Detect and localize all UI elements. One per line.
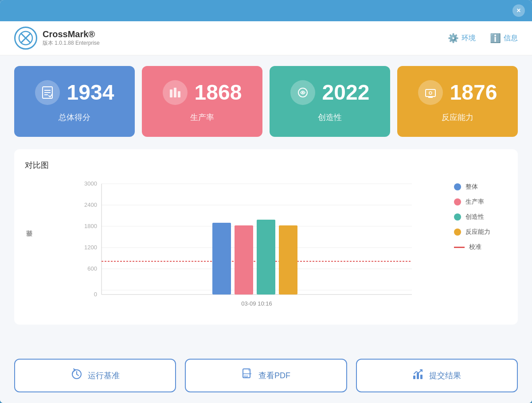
svg-rect-36 bbox=[413, 376, 415, 379]
creativity-score-value: 2022 bbox=[322, 82, 370, 103]
chart-inner: 3000 2400 1800 1200 600 0 bbox=[40, 179, 447, 314]
legend-productivity: 生产率 bbox=[454, 198, 507, 206]
legend-dot-creativity bbox=[454, 213, 461, 221]
svg-point-15 bbox=[429, 92, 432, 94]
bar-overall bbox=[212, 223, 231, 294]
productivity-card-top: 1868 bbox=[163, 80, 242, 105]
app-logo-icon bbox=[14, 27, 37, 50]
close-button[interactable]: × bbox=[512, 4, 525, 17]
bar-productivity bbox=[235, 225, 253, 294]
chart-title: 对比图 bbox=[25, 160, 507, 170]
legend-dot-overall bbox=[454, 183, 461, 190]
submit-results-label: 提交结果 bbox=[429, 370, 461, 381]
clock-icon bbox=[71, 368, 82, 383]
header-actions: ⚙️ 环境 ℹ️ 信息 bbox=[448, 33, 518, 43]
env-label: 环境 bbox=[462, 34, 476, 43]
run-baseline-button[interactable]: 运行基准 bbox=[14, 359, 176, 392]
bar-responsiveness bbox=[279, 225, 297, 294]
svg-text:3000: 3000 bbox=[84, 180, 97, 187]
svg-text:03-09 10:16: 03-09 10:16 bbox=[241, 300, 272, 307]
legend-overall: 整体 bbox=[454, 183, 507, 191]
chart-svg: 3000 2400 1800 1200 600 0 bbox=[40, 179, 447, 312]
overall-score-label: 总体得分 bbox=[59, 112, 90, 123]
legend-label-responsiveness: 反应能力 bbox=[466, 228, 490, 236]
responsiveness-score-label: 反应能力 bbox=[442, 112, 473, 123]
overall-card-icon bbox=[35, 80, 60, 105]
svg-text:PDF: PDF bbox=[244, 375, 248, 378]
productivity-score-card: 1868 生产率 bbox=[142, 66, 262, 137]
overall-score-value: 1934 bbox=[67, 82, 114, 103]
view-pdf-label: 查看PDF bbox=[258, 370, 290, 381]
legend-label-productivity: 生产率 bbox=[466, 198, 484, 206]
productivity-score-value: 1868 bbox=[195, 82, 242, 103]
gear-icon: ⚙️ bbox=[448, 33, 459, 43]
creativity-score-label: 创造性 bbox=[318, 112, 342, 123]
responsiveness-card-icon bbox=[418, 80, 443, 105]
title-bar: × bbox=[0, 0, 532, 21]
legend-label-overall: 整体 bbox=[466, 183, 478, 191]
svg-rect-9 bbox=[178, 91, 180, 97]
info-label: 信息 bbox=[504, 34, 518, 43]
pdf-icon: PDF bbox=[242, 368, 253, 383]
legend-dot-responsiveness bbox=[454, 229, 461, 236]
svg-text:0: 0 bbox=[94, 291, 97, 298]
view-pdf-button[interactable]: PDF 查看PDF bbox=[185, 359, 347, 392]
chart-legend: 整体 生产率 创造性 反应能力 bbox=[454, 179, 507, 251]
legend-label-baseline: 校准 bbox=[469, 243, 481, 251]
logo-area: CrossMark® 版本 1.0.1.88 Enterprise bbox=[14, 27, 448, 50]
run-baseline-label: 运行基准 bbox=[88, 370, 120, 381]
legend-baseline: 校准 bbox=[454, 243, 507, 251]
responsiveness-score-value: 1876 bbox=[450, 82, 497, 103]
svg-text:600: 600 bbox=[87, 265, 97, 272]
legend-line-baseline bbox=[454, 247, 465, 248]
creativity-score-card: 2022 创造性 bbox=[270, 66, 390, 137]
footer-buttons: 运行基准 PDF 查看PDF bbox=[0, 359, 532, 403]
app-window: × CrossMark® 版本 1.0.1.88 Enterprise ⚙️ 环… bbox=[0, 0, 532, 403]
header: CrossMark® 版本 1.0.1.88 Enterprise ⚙️ 环境 … bbox=[0, 21, 532, 55]
svg-text:1200: 1200 bbox=[84, 244, 97, 251]
main-content: 1934 总体得分 1868 生产率 bbox=[0, 55, 532, 359]
creativity-card-icon bbox=[290, 80, 315, 105]
productivity-card-icon bbox=[163, 80, 188, 105]
env-button[interactable]: ⚙️ 环境 bbox=[448, 33, 476, 43]
legend-responsiveness: 反应能力 bbox=[454, 228, 507, 236]
svg-text:2400: 2400 bbox=[84, 202, 97, 208]
svg-rect-37 bbox=[417, 373, 419, 379]
legend-creativity: 创造性 bbox=[454, 213, 507, 221]
info-button[interactable]: ℹ️ 信息 bbox=[490, 33, 518, 43]
svg-rect-12 bbox=[426, 89, 435, 97]
chart-y-label: 表现评分 bbox=[25, 179, 33, 303]
overall-score-card: 1934 总体得分 bbox=[14, 66, 135, 137]
legend-label-creativity: 创造性 bbox=[466, 213, 484, 221]
svg-text:1800: 1800 bbox=[84, 223, 97, 229]
productivity-score-label: 生产率 bbox=[190, 112, 214, 123]
app-name: CrossMark® bbox=[43, 29, 100, 39]
submit-chart-icon bbox=[412, 368, 424, 383]
svg-rect-7 bbox=[170, 89, 172, 97]
version-label: 版本 1.0.1.88 Enterprise bbox=[43, 39, 100, 47]
score-cards: 1934 总体得分 1868 生产率 bbox=[14, 66, 518, 137]
responsiveness-score-card: 1876 反应能力 bbox=[397, 66, 518, 137]
legend-dot-productivity bbox=[454, 198, 461, 205]
creativity-card-top: 2022 bbox=[290, 80, 370, 105]
bar-creativity bbox=[257, 220, 275, 294]
logo-text: CrossMark® 版本 1.0.1.88 Enterprise bbox=[43, 29, 100, 47]
info-icon: ℹ️ bbox=[490, 33, 501, 43]
chart-container: 表现评分 3000 240 bbox=[25, 179, 507, 314]
svg-rect-38 bbox=[420, 375, 422, 379]
svg-rect-8 bbox=[174, 88, 176, 97]
chart-section: 对比图 表现评分 3 bbox=[14, 149, 518, 325]
overall-card-top: 1934 bbox=[35, 80, 114, 105]
submit-results-button[interactable]: 提交结果 bbox=[356, 359, 518, 392]
responsiveness-card-top: 1876 bbox=[418, 80, 497, 105]
svg-point-11 bbox=[302, 92, 304, 93]
